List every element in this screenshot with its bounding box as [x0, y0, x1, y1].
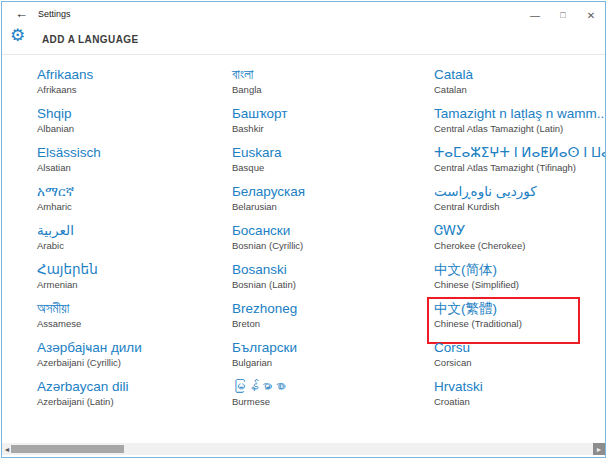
language-native-name: Български	[232, 339, 434, 356]
language-native-name: ᏣᎳᎩ	[434, 222, 606, 239]
language-item[interactable]: Elsässisch Alsatian	[37, 144, 232, 183]
language-english-name: Afrikaans	[37, 84, 232, 96]
language-native-name: Català	[434, 66, 606, 83]
close-button[interactable]: ✕	[577, 2, 605, 28]
horizontal-scrollbar[interactable]: ◄ ►	[2, 443, 605, 455]
language-item[interactable]: বাংলা Bangla	[232, 66, 434, 105]
language-native-name: 中文(简体)	[434, 261, 606, 278]
scroll-right-icon[interactable]: ►	[593, 443, 605, 455]
language-english-name: Bosnian (Cyrillic)	[232, 240, 434, 252]
language-item[interactable]: Tamazight n laṭlaş n wamm... Central Atl…	[434, 105, 606, 144]
language-english-name: Bangla	[232, 84, 434, 96]
language-english-name: Breton	[232, 318, 434, 330]
language-english-name: Assamese	[37, 318, 232, 330]
language-native-name: বাংলা	[232, 66, 434, 83]
language-native-name: አማርኛ	[37, 183, 232, 200]
language-item[interactable]: Босански Bosnian (Cyrillic)	[232, 222, 434, 261]
language-item[interactable]: العربية Arabic	[37, 222, 232, 261]
language-item[interactable]: Български Bulgarian	[232, 339, 434, 378]
language-english-name: Arabic	[37, 240, 232, 252]
language-native-name: Azərbaycan dili	[37, 378, 232, 395]
language-item[interactable]: ⵜⴰⵎⴰⵣⵉⵖⵜ ⵏ ⵍⴰⵟⵍⴰⵙ ⵏ ⵡⴰⵎⵎⴰⵙ Central Atlas…	[434, 144, 606, 183]
language-item[interactable]: Shqip Albanian	[37, 105, 232, 144]
language-native-name: Азәрбајҹан дили	[37, 339, 232, 356]
language-english-name: Chinese (Simplified)	[434, 279, 606, 291]
language-native-name: অসমীয়া	[37, 300, 232, 317]
language-item[interactable]: Afrikaans Afrikaans	[37, 66, 232, 105]
language-native-name: Башҡорт	[232, 105, 434, 122]
language-english-name: Azerbaijani (Latin)	[37, 396, 232, 408]
language-item[interactable]: Հայերեն Armenian	[37, 261, 232, 300]
language-native-name: Bosanski	[232, 261, 434, 278]
language-english-name: Basque	[232, 162, 434, 174]
language-english-name: Azerbaijani (Cyrillic)	[37, 357, 232, 369]
language-native-name: Brezhoneg	[232, 300, 434, 317]
language-item[interactable]: Bosanski Bosnian (Latin)	[232, 261, 434, 300]
language-native-name: Euskara	[232, 144, 434, 161]
language-native-name: ⵜⴰⵎⴰⵣⵉⵖⵜ ⵏ ⵍⴰⵟⵍⴰⵙ ⵏ ⵡⴰⵎⵎⴰⵙ	[434, 144, 606, 161]
language-native-name: Հայերեն	[37, 261, 232, 278]
language-item[interactable]: 中文(繁體) Chinese (Traditional)	[434, 300, 606, 339]
language-english-name: Cherokee (Cherokee)	[434, 240, 606, 252]
language-english-name: Bosnian (Latin)	[232, 279, 434, 291]
language-native-name: Shqip	[37, 105, 232, 122]
language-english-name: Central Atlas Tamazight (Tifinagh)	[434, 162, 606, 174]
language-column: বাংলা Bangla Башҡорт Bashkir Euskara Bas…	[232, 66, 434, 417]
language-item[interactable]: Azərbaycan dili Azerbaijani (Latin)	[37, 378, 232, 417]
language-english-name: Central Kurdish	[434, 201, 606, 213]
language-native-name: Tamazight n laṭlaş n wamm...	[434, 105, 606, 122]
maximize-button[interactable]: □	[549, 2, 577, 28]
language-english-name: Alsatian	[37, 162, 232, 174]
language-item[interactable]: Euskara Basque	[232, 144, 434, 183]
minimize-button[interactable]: —	[521, 2, 549, 28]
scrollbar-thumb[interactable]	[11, 445, 124, 453]
language-grid: Afrikaans Afrikaans Shqip Albanian Elsäs…	[37, 66, 606, 417]
window-title: Settings	[38, 9, 71, 19]
header-divider	[2, 54, 605, 55]
language-item[interactable]: Беларуская Belarusian	[232, 183, 434, 222]
language-native-name: Hrvatski	[434, 378, 606, 395]
language-item[interactable]: অসমীয়া Assamese	[37, 300, 232, 339]
settings-window: ← Settings — □ ✕ ⚙ ADD A LANGUAGE Afrika…	[1, 1, 606, 458]
language-english-name: Corsican	[434, 357, 606, 369]
page-title: ADD A LANGUAGE	[42, 34, 139, 45]
language-english-name: Catalan	[434, 84, 606, 96]
back-button[interactable]: ←	[15, 6, 28, 22]
language-english-name: Bashkir	[232, 123, 434, 135]
language-item[interactable]: Català Catalan	[434, 66, 606, 105]
language-english-name: Croatian	[434, 396, 606, 408]
language-english-name: Burmese	[232, 396, 434, 408]
language-english-name: Bulgarian	[232, 357, 434, 369]
language-english-name: Central Atlas Tamazight (Latin)	[434, 123, 606, 135]
language-item[interactable]: Азәрбајҹан дили Azerbaijani (Cyrillic)	[37, 339, 232, 378]
language-item[interactable]: አማርኛ Amharic	[37, 183, 232, 222]
language-item[interactable]: Corsu Corsican	[434, 339, 606, 378]
language-item[interactable]: မြန်မာစာ Burmese	[232, 378, 434, 417]
language-native-name: မြန်မာစာ	[232, 378, 434, 395]
window-controls: — □ ✕	[521, 2, 605, 28]
language-item[interactable]: Hrvatski Croatian	[434, 378, 606, 417]
language-item[interactable]: Башҡорт Bashkir	[232, 105, 434, 144]
language-english-name: Chinese (Traditional)	[434, 318, 606, 330]
language-native-name: کوردیی ناوەڕاست	[434, 183, 606, 200]
language-english-name: Albanian	[37, 123, 232, 135]
language-english-name: Belarusian	[232, 201, 434, 213]
gear-icon: ⚙	[10, 27, 25, 45]
language-native-name: Corsu	[434, 339, 606, 356]
language-item[interactable]: 中文(简体) Chinese (Simplified)	[434, 261, 606, 300]
language-column: Català Catalan Tamazight n laṭlaş n wamm…	[434, 66, 606, 417]
language-english-name: Armenian	[37, 279, 232, 291]
language-english-name: Amharic	[37, 201, 232, 213]
title-bar: ← Settings — □ ✕	[2, 2, 605, 28]
language-native-name: Босански	[232, 222, 434, 239]
language-native-name: Беларуская	[232, 183, 434, 200]
language-native-name: 中文(繁體)	[434, 300, 606, 317]
language-item[interactable]: Brezhoneg Breton	[232, 300, 434, 339]
language-native-name: Afrikaans	[37, 66, 232, 83]
language-native-name: العربية	[37, 222, 232, 239]
language-column: Afrikaans Afrikaans Shqip Albanian Elsäs…	[37, 66, 232, 417]
language-item[interactable]: ᏣᎳᎩ Cherokee (Cherokee)	[434, 222, 606, 261]
language-native-name: Elsässisch	[37, 144, 232, 161]
language-item[interactable]: کوردیی ناوەڕاست Central Kurdish	[434, 183, 606, 222]
